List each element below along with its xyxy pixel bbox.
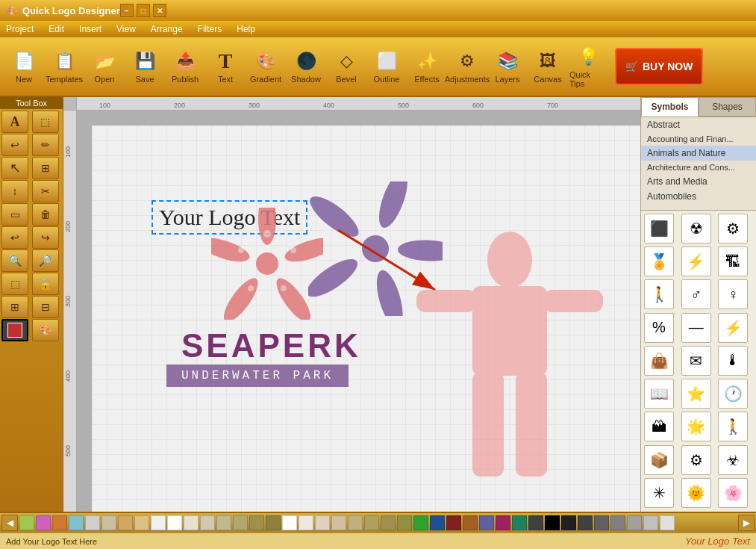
adjustments-button[interactable]: ⚙ Adjustments [448, 41, 487, 92]
tool-lock[interactable]: 🔒 [32, 273, 59, 295]
symbol-gear[interactable]: ⚙ [718, 214, 748, 244]
color-scroll-right[interactable]: ▶ [738, 515, 755, 531]
symbol-lightning[interactable]: ⚡ [681, 246, 711, 276]
color-swatch-20[interactable] [348, 515, 363, 530]
text-button[interactable]: T Text [206, 41, 245, 92]
close-button[interactable]: ✕ [153, 4, 166, 17]
tool-delete[interactable]: 🗑 [32, 203, 59, 226]
symbol-clock[interactable]: 🕐 [718, 379, 748, 409]
symbol-settings[interactable]: ⚙ [681, 445, 711, 475]
tool-flip[interactable]: ↕ [1, 180, 28, 202]
symbol-percent[interactable]: % [644, 313, 674, 343]
category-architecture[interactable]: Architecture and Cons... [641, 161, 756, 174]
shadow-button[interactable]: 🌑 Shadow [287, 41, 325, 92]
symbol-walking[interactable]: 🚶 [718, 412, 748, 441]
tool-rotate[interactable]: ↩ [1, 134, 28, 156]
color-swatch-21[interactable] [364, 515, 379, 530]
color-swatch-15[interactable] [266, 515, 281, 530]
color-swatch-30[interactable] [512, 515, 527, 530]
category-automobiles[interactable]: Automobiles [641, 189, 756, 204]
symbol-medal[interactable]: 🏅 [644, 246, 674, 276]
color-swatch-26[interactable] [446, 515, 461, 530]
color-swatch-2[interactable] [52, 515, 67, 530]
symbol-female[interactable]: ♀ [718, 279, 748, 309]
category-arts[interactable]: Arts and Media [641, 174, 756, 189]
color-swatch-36[interactable] [610, 515, 625, 530]
symbol-male[interactable]: ♂ [681, 279, 711, 309]
symbol-construction[interactable]: 🏗 [718, 246, 748, 276]
menu-project[interactable]: Project [3, 24, 37, 34]
color-swatch-28[interactable] [479, 515, 494, 530]
color-swatch-11[interactable] [200, 515, 215, 530]
color-swatch-12[interactable] [216, 515, 231, 530]
gradient-button[interactable]: 🎨 Gradient [246, 41, 285, 92]
color-swatch-19[interactable] [331, 515, 346, 530]
quick-tips-button[interactable]: 💡 Quick Tips [569, 41, 607, 92]
color-swatch-6[interactable] [118, 515, 133, 530]
effects-button[interactable]: ✨ Effects [407, 41, 446, 92]
color-swatch-27[interactable] [463, 515, 478, 530]
canvas-scroll[interactable]: 100 200 300 400 500 600 Your Logo Text [63, 111, 640, 512]
outline-button[interactable]: ⬜ Outline [367, 41, 406, 92]
symbol-sun2[interactable]: 🌞 [681, 478, 711, 508]
tool-undo[interactable]: ↩ [1, 226, 28, 249]
symbol-checkerboard[interactable]: ⬛ [644, 214, 674, 244]
color-swatch-29[interactable] [496, 515, 510, 530]
tool-palette[interactable]: 🎨 [32, 319, 59, 341]
symbol-fire[interactable]: ⚡ [718, 313, 748, 343]
menu-edit[interactable]: Edit [46, 24, 67, 34]
tool-pencil[interactable]: ✏ [32, 134, 59, 156]
color-swatch-4[interactable] [85, 515, 100, 530]
color-swatch-24[interactable] [413, 515, 428, 530]
color-swatch-38[interactable] [643, 515, 658, 530]
color-swatch-37[interactable] [627, 515, 642, 530]
color-swatch-5[interactable] [101, 515, 116, 530]
symbol-dash[interactable]: — [681, 313, 711, 343]
color-scroll-left[interactable]: ◀ [1, 515, 18, 531]
category-accounting[interactable]: Accounting and Finan... [641, 132, 756, 146]
templates-button[interactable]: 📋 Templates [45, 41, 84, 92]
menu-help[interactable]: Help [234, 24, 258, 34]
symbol-book[interactable]: 📖 [644, 379, 674, 409]
color-swatch-18[interactable] [315, 515, 330, 530]
publish-button[interactable]: 📤 Publish [166, 41, 204, 92]
category-abstract[interactable]: Abstract [641, 117, 756, 132]
tool-rect[interactable]: ▭ [1, 203, 28, 226]
tool-zoom-in[interactable]: 🔍 [1, 249, 28, 272]
category-list[interactable]: Abstract Accounting and Finan... Animals… [641, 117, 756, 210]
color-swatch-17[interactable] [299, 515, 313, 530]
menu-view[interactable]: View [113, 24, 139, 34]
tool-zoom-out[interactable]: 🔎 [32, 249, 59, 272]
tool-redo[interactable]: ↪ [32, 226, 59, 249]
color-swatch-3[interactable] [69, 515, 84, 530]
tool-cut[interactable]: ✂ [32, 180, 59, 202]
menu-filters[interactable]: Filters [195, 24, 225, 34]
color-swatch-39[interactable] [660, 515, 675, 530]
starfish-pink[interactable] [211, 208, 323, 322]
canvas-content[interactable]: Your Logo Text [77, 111, 640, 512]
menu-arrange[interactable]: Arrange [148, 24, 186, 34]
tab-shapes[interactable]: Shapes [699, 97, 756, 117]
symbol-asterisk[interactable]: ✳ [644, 478, 674, 508]
color-swatch-22[interactable] [381, 515, 396, 530]
color-swatch-14[interactable] [249, 515, 264, 530]
symbol-sun[interactable]: 🌟 [681, 412, 711, 441]
tool-grid[interactable]: ⊞ [1, 296, 28, 318]
color-swatch-34[interactable] [578, 515, 593, 530]
color-swatch-8[interactable] [151, 515, 166, 530]
symbol-mountain[interactable]: 🏔 [644, 412, 674, 441]
symbol-thermometer[interactable]: 🌡 [718, 346, 748, 376]
maximize-button[interactable]: □ [137, 4, 150, 17]
symbol-bag[interactable]: 👜 [644, 346, 674, 376]
color-swatch-35[interactable] [594, 515, 609, 530]
symbol-box[interactable]: 📦 [644, 445, 674, 475]
color-swatch-0[interactable] [19, 515, 34, 530]
tool-arrange[interactable]: ⊟ [32, 296, 59, 318]
symbol-person[interactable]: 🚶 [644, 279, 674, 309]
symbol-biohazard[interactable]: ☣ [718, 445, 748, 475]
color-swatch-25[interactable] [430, 515, 445, 530]
color-swatch-16[interactable] [282, 515, 297, 530]
color-swatch-13[interactable] [233, 515, 248, 530]
color-swatch-10[interactable] [184, 515, 199, 530]
symbol-flower[interactable]: 🌸 [718, 478, 748, 508]
